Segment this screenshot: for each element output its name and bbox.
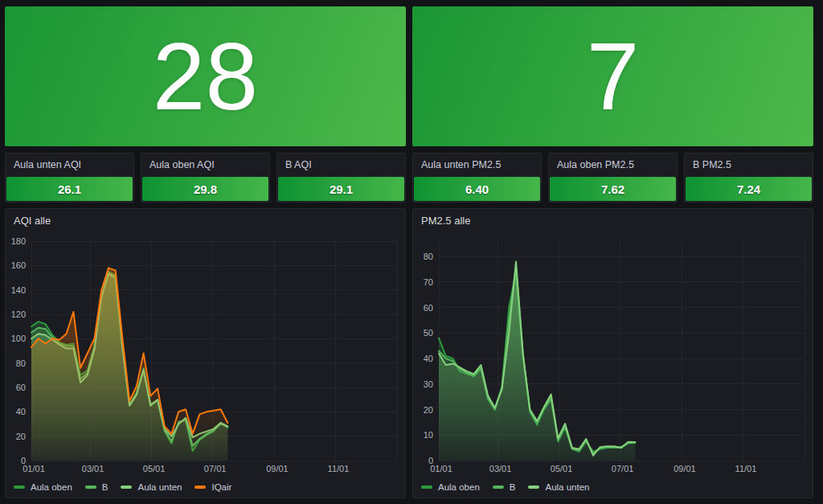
big-stats-row: 28 7 — [5, 6, 813, 146]
svg-text:50: 50 — [424, 328, 433, 338]
legend-item-aula-oben[interactable]: Aula oben — [421, 482, 480, 492]
stat-value-bar: 29.8 — [142, 177, 268, 201]
stat-value: 26.1 — [58, 182, 81, 196]
svg-text:05/01: 05/01 — [551, 464, 573, 473]
big-stat-pm25-value: 7 — [587, 29, 640, 124]
legend-item-aula-unten[interactable]: Aula unten — [121, 482, 182, 492]
legend-item-aula-oben[interactable]: Aula oben — [14, 482, 72, 492]
svg-text:180: 180 — [11, 236, 26, 246]
svg-text:100: 100 — [11, 334, 26, 343]
stat-panel-aula-unten-pm25: Aula unten PM2.5 6.40 — [412, 153, 542, 203]
big-stat-aqi-panel: 28 — [5, 6, 406, 146]
panel-aqi-alle: AQI alle 02040608010012014016018001/0103… — [5, 208, 406, 498]
svg-text:120: 120 — [11, 309, 26, 319]
svg-text:70: 70 — [424, 277, 433, 287]
legend-series-swatch-icon — [85, 486, 96, 489]
charts-row: AQI alle 02040608010012014016018001/0103… — [5, 208, 813, 498]
svg-text:03/01: 03/01 — [489, 464, 512, 473]
stat-value-bar: 6.40 — [414, 177, 540, 201]
svg-text:80: 80 — [424, 252, 433, 261]
stat-title: Aula unten PM2.5 — [413, 154, 541, 170]
svg-text:160: 160 — [11, 260, 26, 270]
legend-series-label: IQair — [211, 482, 231, 492]
legend-item-b[interactable]: B — [85, 482, 109, 492]
legend-series-swatch-icon — [14, 486, 25, 489]
x-axis-labels: 01/0103/0105/0107/0109/0111/01 — [430, 464, 756, 473]
legend-series-swatch-icon — [421, 486, 432, 489]
legend-series-label: Aula unten — [137, 482, 182, 492]
legend-item-aula-unten[interactable]: Aula unten — [528, 482, 589, 492]
stat-panel-aula-oben-aqi: Aula oben AQI 29.8 — [141, 153, 270, 203]
svg-text:11/01: 11/01 — [735, 464, 757, 473]
legend-series-swatch-icon — [528, 486, 539, 489]
stat-panel-b-aqi: B AQI 29.1 — [276, 153, 406, 203]
stat-title: B AQI — [277, 154, 405, 170]
legend-series-label: B — [510, 482, 516, 492]
svg-text:03/01: 03/01 — [82, 464, 104, 473]
svg-text:05/01: 05/01 — [143, 464, 166, 473]
stat-panel-aula-oben-pm25: Aula oben PM2.5 7.62 — [548, 153, 678, 203]
x-axis-labels: 01/0103/0105/0107/0109/0111/01 — [23, 464, 349, 473]
stat-title: Aula unten AQI — [6, 154, 133, 170]
svg-text:01/01: 01/01 — [430, 464, 452, 473]
stat-panel-aula-unten-aqi: Aula unten AQI 26.1 — [5, 153, 134, 203]
legend-series-label: Aula unten — [545, 482, 589, 492]
stat-title: Aula oben PM2.5 — [549, 154, 677, 170]
stat-value: 7.24 — [737, 182, 760, 196]
svg-text:40: 40 — [424, 354, 433, 363]
big-stat-pm25-panel: 7 — [412, 6, 813, 146]
stat-title: B PM2.5 — [685, 154, 813, 170]
y-axis-labels: 01020304050607080 — [424, 252, 433, 465]
legend-series-swatch-icon — [493, 486, 504, 489]
svg-text:40: 40 — [16, 407, 26, 416]
stat-panels-row: Aula unten AQI 26.1 Aula oben AQI 29.8 B… — [5, 153, 813, 203]
chart-legend: Aula obenBAula untenIQair — [14, 482, 231, 492]
legend-series-swatch-icon — [121, 486, 132, 489]
legend-series-label: B — [102, 482, 109, 492]
legend-series-label: Aula oben — [438, 482, 480, 492]
y-axis-labels: 020406080100120140160180 — [11, 236, 26, 465]
svg-text:11/01: 11/01 — [328, 464, 350, 473]
svg-text:140: 140 — [11, 285, 26, 295]
series-iqair — [31, 268, 227, 461]
aqi-alle-chart[interactable]: 02040608010012014016018001/0103/0105/010… — [6, 230, 405, 473]
svg-text:10: 10 — [424, 430, 433, 440]
chart-legend: Aula obenBAula unten — [421, 482, 589, 492]
series-aula-unten — [439, 261, 635, 461]
chart-title: AQI alle — [6, 209, 405, 228]
stat-value: 29.8 — [194, 182, 217, 196]
stat-value: 6.40 — [465, 182, 489, 196]
legend-series-swatch-icon — [194, 486, 206, 489]
svg-text:07/01: 07/01 — [612, 464, 634, 473]
svg-text:80: 80 — [16, 359, 26, 368]
legend-item-b[interactable]: B — [493, 482, 516, 492]
stat-value-bar: 29.1 — [278, 177, 404, 201]
svg-text:20: 20 — [16, 432, 26, 441]
svg-text:07/01: 07/01 — [204, 464, 227, 473]
chart-title: PM2.5 alle — [413, 209, 813, 228]
svg-text:60: 60 — [424, 303, 433, 313]
svg-text:60: 60 — [16, 383, 26, 392]
svg-text:09/01: 09/01 — [674, 464, 696, 473]
big-stat-aqi-value: 28 — [153, 29, 258, 124]
stat-value-bar: 7.62 — [550, 177, 676, 201]
stat-value-bar: 7.24 — [686, 177, 812, 201]
stat-value: 29.1 — [330, 182, 353, 196]
svg-text:20: 20 — [424, 405, 433, 415]
stat-title: Aula oben AQI — [141, 154, 269, 170]
panel-pm25-alle: PM2.5 alle 0102030405060708001/0103/0105… — [412, 208, 813, 498]
svg-text:01/01: 01/01 — [23, 464, 45, 473]
stat-value: 7.62 — [601, 182, 624, 196]
pm25-alle-chart[interactable]: 0102030405060708001/0103/0105/0107/0109/… — [413, 230, 813, 473]
legend-item-iqair[interactable]: IQair — [194, 482, 231, 492]
svg-text:09/01: 09/01 — [266, 464, 289, 473]
svg-text:30: 30 — [424, 379, 433, 389]
stat-value-bar: 26.1 — [6, 177, 133, 201]
dashboard: 28 7 Aula unten AQI 26.1 Aula oben AQI 2… — [0, 0, 823, 504]
stat-panel-b-pm25: B PM2.5 7.24 — [684, 153, 813, 203]
legend-series-label: Aula oben — [31, 482, 72, 492]
